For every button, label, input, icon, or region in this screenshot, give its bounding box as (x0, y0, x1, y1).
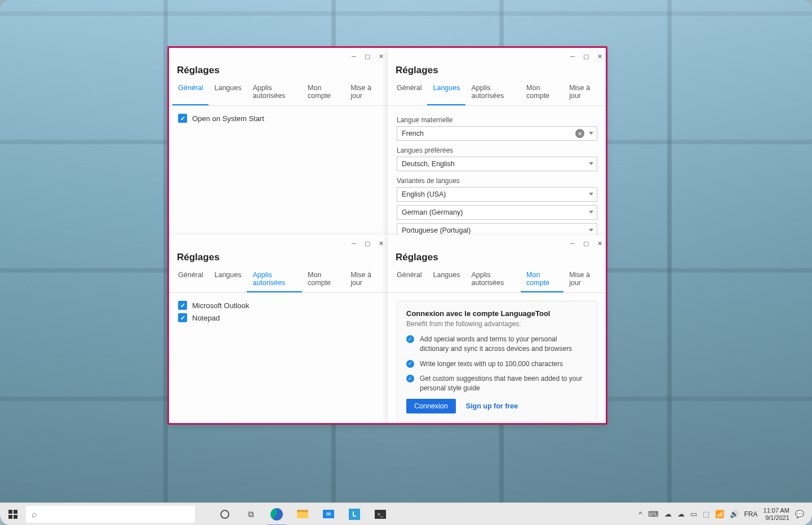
taskbar: ⌕ ⧉ ✉ L >_ ^ ⌨ ☁ ☁ ▭ ⬚ 📶 🔊 FRA 11:07 AM … (0, 502, 812, 525)
maximize-button[interactable]: ▢ (361, 237, 374, 250)
check-circle-icon: ✓ (406, 335, 414, 343)
window-titlebar: ─ ▢ ✕ (169, 235, 388, 252)
languagetool-icon[interactable]: L (341, 503, 367, 526)
clear-icon[interactable]: ✕ (575, 129, 584, 138)
checkbox-label: Open on System Start (192, 114, 264, 123)
select-value: Deutsch, English (402, 160, 455, 168)
minimize-button[interactable]: ─ (566, 50, 579, 63)
tab-general[interactable]: Général (391, 268, 427, 292)
allowed-app-notepad[interactable]: ✓ Notepad (178, 313, 379, 322)
svg-rect-1 (14, 510, 17, 514)
cortana-icon[interactable] (212, 503, 238, 526)
variants-label: Variantes de langues (397, 177, 597, 185)
tray-cloud-icon[interactable]: ☁ (677, 510, 685, 518)
mother-tongue-label: Langue maternelle (397, 116, 597, 124)
tray-chevron-icon[interactable]: ^ (638, 510, 642, 518)
variant-select-1[interactable]: German (Germany) (397, 205, 597, 220)
chevron-down-icon (589, 193, 593, 195)
maximize-button[interactable]: ▢ (579, 50, 593, 63)
tabs-bar: Général Langues Applis autorisées Mon co… (169, 268, 388, 293)
signup-link[interactable]: Sign up for free (466, 402, 518, 410)
close-button[interactable]: ✕ (374, 237, 388, 250)
tray-volume-icon[interactable]: 🔊 (730, 510, 739, 518)
start-button[interactable] (0, 503, 26, 525)
tab-applis[interactable]: Applis autorisées (465, 81, 521, 105)
tab-maj[interactable]: Mise à jour (563, 268, 603, 292)
terminal-icon[interactable]: >_ (367, 503, 393, 526)
tray-display-icon[interactable]: ▭ (690, 510, 697, 518)
taskbar-search[interactable]: ⌕ (26, 506, 195, 523)
tabs-bar: Général Langues Applis autorisées Mon co… (388, 268, 606, 293)
mail-icon[interactable]: ✉ (316, 503, 341, 526)
checkbox-checked-icon: ✓ (178, 114, 187, 123)
tab-general[interactable]: Général (172, 81, 208, 105)
preferred-langs-label: Langues préférées (397, 146, 597, 154)
taskbar-apps: ⧉ ✉ L >_ (212, 503, 393, 526)
task-view-icon[interactable]: ⧉ (238, 503, 264, 526)
tab-maj[interactable]: Mise à jour (345, 81, 384, 105)
window-titlebar: ─ ▢ ✕ (388, 48, 606, 65)
tab-applis[interactable]: Applis autorisées (465, 268, 521, 292)
benefit-text: Get custom suggestions that have been ad… (420, 374, 588, 393)
benefit-item: ✓Get custom suggestions that have been a… (406, 374, 588, 393)
open-on-start-checkbox[interactable]: ✓ Open on System Start (178, 114, 379, 123)
tab-langues[interactable]: Langues (208, 81, 247, 105)
maximize-button[interactable]: ▢ (579, 237, 593, 250)
edge-icon[interactable] (264, 503, 290, 526)
tab-general[interactable]: Général (391, 81, 427, 105)
settings-window-compte: ─ ▢ ✕ Réglages Général Langues Applis au… (388, 235, 606, 424)
window-heading: Réglages (396, 252, 606, 263)
minimize-button[interactable]: ─ (347, 237, 361, 250)
select-value: Portuguese (Portugal) (402, 226, 471, 234)
close-button[interactable]: ✕ (374, 50, 388, 63)
select-value: French (402, 130, 424, 137)
tray-date: 9/1/2021 (764, 514, 789, 522)
benefit-text: Add special words and terms to your pers… (420, 335, 588, 354)
tab-maj[interactable]: Mise à jour (563, 81, 603, 105)
card-subtitle: Benefit from the following advantages: (406, 320, 588, 328)
allowed-app-outlook[interactable]: ✓ Microsoft Outlook (178, 301, 379, 310)
mother-tongue-select[interactable]: French ✕ (397, 126, 597, 141)
tab-maj[interactable]: Mise à jour (345, 268, 384, 292)
settings-window-langues: ─ ▢ ✕ Réglages Général Langues Applis au… (388, 48, 606, 235)
maximize-button[interactable]: ▢ (361, 50, 374, 63)
tray-notifications-icon[interactable]: 💬 (795, 510, 804, 518)
preferred-langs-select[interactable]: Deutsch, English (397, 157, 597, 171)
settings-window-applis: ─ ▢ ✕ Réglages Général Langues Applis au… (169, 235, 388, 424)
tray-clock[interactable]: 11:07 AM 9/1/2021 (764, 507, 789, 521)
tray-language[interactable]: FRA (744, 510, 758, 518)
window-titlebar: ─ ▢ ✕ (388, 235, 606, 252)
checkbox-checked-icon: ✓ (178, 301, 187, 310)
check-circle-icon: ✓ (406, 360, 414, 368)
tray-wifi-icon[interactable]: 📶 (715, 510, 724, 518)
tab-compte[interactable]: Mon compte (302, 81, 345, 105)
tab-applis[interactable]: Applis autorisées (247, 268, 302, 292)
minimize-button[interactable]: ─ (347, 50, 361, 63)
card-title: Connexion avec le compte LanguageTool (406, 309, 588, 318)
tab-applis[interactable]: Applis autorisées (247, 81, 302, 105)
account-card: Connexion avec le compte LanguageTool Be… (397, 301, 597, 422)
tab-langues[interactable]: Langues (427, 268, 465, 292)
connect-button[interactable]: Connexion (406, 399, 456, 413)
tray-onedrive-icon[interactable]: ☁ (664, 510, 672, 518)
window-heading: Réglages (177, 65, 388, 76)
chevron-down-icon (589, 229, 593, 232)
minimize-button[interactable]: ─ (566, 237, 579, 250)
tray-network-icon[interactable]: ⬚ (703, 510, 709, 518)
tab-compte[interactable]: Mon compte (302, 268, 345, 292)
select-value: English (USA) (402, 190, 446, 198)
close-button[interactable]: ✕ (593, 50, 606, 63)
search-icon: ⌕ (32, 509, 37, 519)
tab-langues[interactable]: Langues (427, 81, 465, 105)
tab-compte[interactable]: Mon compte (521, 268, 563, 292)
explorer-icon[interactable] (290, 503, 316, 526)
tab-compte[interactable]: Mon compte (521, 81, 563, 105)
tray-keyboard-icon[interactable]: ⌨ (648, 510, 659, 518)
variant-select-0[interactable]: English (USA) (397, 187, 597, 202)
app-label: Notepad (192, 314, 220, 322)
app-label: Microsoft Outlook (192, 301, 249, 310)
tab-general[interactable]: Général (172, 268, 208, 292)
close-button[interactable]: ✕ (593, 237, 606, 250)
tab-langues[interactable]: Langues (208, 268, 247, 292)
chevron-down-icon (589, 132, 593, 135)
